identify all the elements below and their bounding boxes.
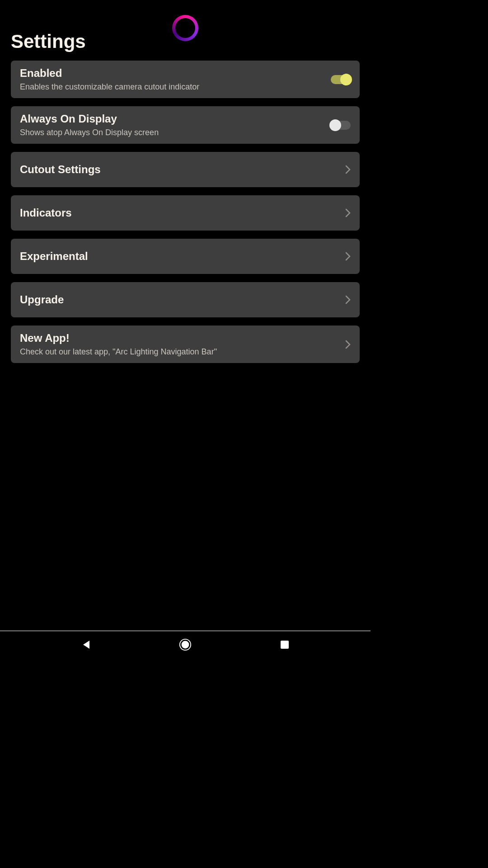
nav-back-button[interactable]: [80, 638, 92, 651]
recent-square-icon: [281, 641, 289, 649]
toggle-knob: [329, 119, 341, 131]
camera-cutout-indicator: [172, 15, 198, 41]
setting-item-enabled[interactable]: Enabled Enables the customizable camera …: [11, 61, 360, 98]
setting-desc: Shows atop Always On Display screen: [20, 128, 331, 137]
setting-title: Indicators: [20, 207, 345, 219]
chevron-right-icon: [345, 340, 351, 349]
chevron-right-icon: [345, 252, 351, 261]
camera-cutout-hole: [175, 18, 195, 38]
setting-desc: Check out our latest app, "Arc Lighting …: [20, 347, 345, 357]
chevron-right-icon: [345, 295, 351, 304]
home-circle-icon: [179, 638, 192, 651]
setting-item-upgrade[interactable]: Upgrade: [11, 282, 360, 317]
nav-home-button[interactable]: [179, 638, 192, 651]
setting-text: Enabled Enables the customizable camera …: [20, 67, 331, 92]
page-title: Settings: [11, 31, 86, 52]
setting-text: New App! Check out our latest app, "Arc …: [20, 332, 345, 357]
setting-item-indicators[interactable]: Indicators: [11, 195, 360, 231]
setting-text: Experimental: [20, 250, 345, 263]
setting-item-always-on-display[interactable]: Always On Display Shows atop Always On D…: [11, 106, 360, 144]
svg-rect-2: [281, 641, 289, 649]
toggle-knob: [340, 74, 352, 85]
back-triangle-icon: [81, 640, 90, 650]
setting-text: Cutout Settings: [20, 163, 345, 176]
setting-item-cutout-settings[interactable]: Cutout Settings: [11, 152, 360, 187]
setting-title: Experimental: [20, 250, 345, 263]
setting-title: Always On Display: [20, 113, 331, 125]
chevron-right-icon: [345, 208, 351, 217]
setting-text: Indicators: [20, 207, 345, 219]
setting-desc: Enables the customizable camera cutout i…: [20, 82, 331, 92]
setting-title: New App!: [20, 332, 345, 344]
chevron-right-icon: [345, 165, 351, 174]
setting-title: Upgrade: [20, 293, 345, 306]
setting-item-new-app[interactable]: New App! Check out our latest app, "Arc …: [11, 326, 360, 363]
setting-item-experimental[interactable]: Experimental: [11, 239, 360, 274]
setting-title: Enabled: [20, 67, 331, 80]
nav-recent-button[interactable]: [278, 638, 291, 651]
setting-text: Always On Display Shows atop Always On D…: [20, 113, 331, 137]
navigation-bar: [0, 631, 371, 658]
setting-text: Upgrade: [20, 293, 345, 306]
setting-title: Cutout Settings: [20, 163, 345, 176]
toggle-always-on-display[interactable]: [331, 121, 351, 130]
toggle-enabled[interactable]: [331, 75, 351, 84]
svg-point-1: [182, 641, 189, 648]
settings-list: Enabled Enables the customizable camera …: [11, 61, 360, 363]
